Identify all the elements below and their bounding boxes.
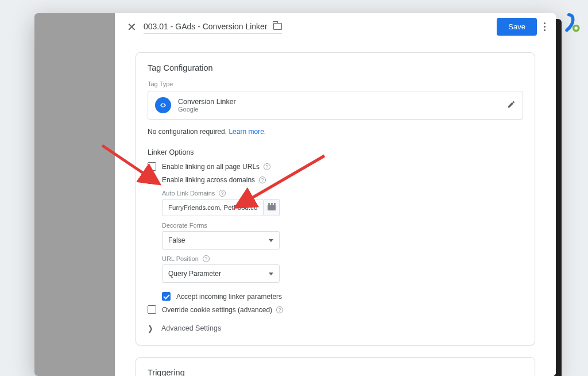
app-window: ✕ 003.01 - GAds - Conversion Linker Save…	[34, 13, 556, 376]
decorate-forms-select[interactable]: False	[162, 231, 280, 250]
enable-across-domains-label: Enable linking across domains	[162, 176, 255, 184]
enable-across-domains-checkbox[interactable]	[148, 175, 156, 184]
variable-picker-icon[interactable]	[264, 199, 280, 216]
editor-panel: ✕ 003.01 - GAds - Conversion Linker Save…	[115, 13, 556, 376]
auto-link-field	[162, 199, 280, 216]
help-icon[interactable]: ?	[259, 177, 266, 183]
learn-more-link[interactable]: Learn more.	[229, 128, 266, 136]
accept-incoming-checkbox[interactable]	[162, 292, 171, 301]
external-brand-logo	[562, 13, 582, 33]
title-wrap[interactable]: 003.01 - GAds - Conversion Linker	[144, 20, 282, 34]
enable-all-urls-row: Enable linking on all page URLs ?	[148, 162, 523, 171]
svg-point-5	[575, 26, 578, 29]
tag-type-row[interactable]: Conversion Linker Google	[148, 91, 523, 120]
edit-tag-type-icon[interactable]	[507, 100, 516, 110]
sidebar-placeholder	[34, 13, 115, 376]
override-cookie-checkbox[interactable]	[148, 305, 156, 314]
tag-config-title: Tag Configuration	[148, 63, 523, 72]
help-icon[interactable]: ?	[276, 306, 283, 313]
url-position-label: URL Position ?	[162, 255, 523, 262]
folder-icon[interactable]	[273, 23, 282, 30]
tag-type-label: Tag Type	[148, 80, 523, 87]
advanced-settings-expander[interactable]: ❯ Advanced Settings	[148, 324, 523, 332]
auto-link-domains-input[interactable]	[162, 199, 264, 216]
enable-all-urls-checkbox[interactable]	[148, 162, 156, 171]
tag-type-vendor: Google	[178, 106, 236, 113]
override-cookie-label: Override cookie settings (advanced)	[162, 306, 272, 314]
help-icon[interactable]: ?	[203, 255, 210, 262]
accept-incoming-label: Accept incoming linker parameters	[176, 293, 282, 301]
decorate-forms-label: Decorate Forms	[162, 222, 523, 229]
save-button[interactable]: Save	[497, 18, 537, 36]
chevron-right-icon: ❯	[148, 324, 153, 333]
tag-type-icon	[155, 97, 171, 113]
triggering-title: Triggering	[148, 368, 523, 376]
auto-link-label: Auto Link Domains ?	[162, 190, 523, 197]
no-config-text: No configuration required. Learn more.	[148, 128, 523, 136]
linker-options-title: Linker Options	[148, 148, 523, 156]
triggering-card: Triggering Firing Triggers	[136, 357, 535, 376]
tag-title[interactable]: 003.01 - GAds - Conversion Linker	[144, 22, 268, 31]
tag-type-name: Conversion Linker	[178, 98, 236, 106]
editor-header: ✕ 003.01 - GAds - Conversion Linker Save	[115, 13, 556, 41]
close-icon[interactable]: ✕	[125, 20, 138, 34]
accept-incoming-row: Accept incoming linker parameters	[162, 292, 523, 301]
editor-body: Tag Configuration Tag Type Conversion Li…	[115, 41, 556, 376]
chevron-down-icon	[269, 273, 273, 275]
help-icon[interactable]: ?	[219, 190, 226, 197]
help-icon[interactable]: ?	[264, 163, 270, 170]
more-menu-icon[interactable]	[544, 22, 546, 31]
url-position-select[interactable]: Query Parameter	[162, 264, 280, 283]
enable-all-urls-label: Enable linking on all page URLs	[162, 163, 260, 171]
enable-across-domains-row: Enable linking across domains ?	[148, 175, 523, 184]
chevron-down-icon	[269, 239, 273, 242]
override-cookie-row: Override cookie settings (advanced) ?	[148, 305, 523, 314]
tag-config-card: Tag Configuration Tag Type Conversion Li…	[136, 52, 535, 346]
